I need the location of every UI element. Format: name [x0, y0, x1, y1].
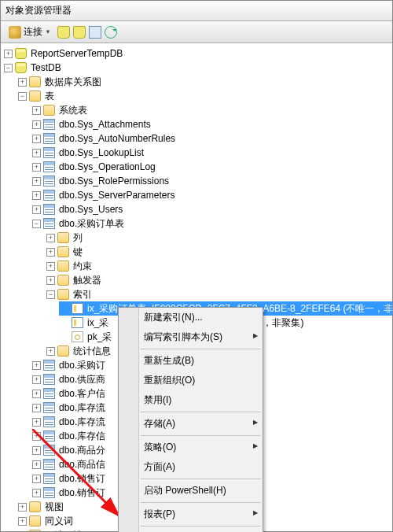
- tree-node-table[interactable]: +dbo.Sys_Users: [31, 202, 392, 216]
- expand-icon[interactable]: +: [32, 149, 41, 157]
- folder-icon: [29, 515, 41, 526]
- table-icon: [43, 147, 55, 158]
- tree-node-db[interactable]: +ReportServerTempDB: [2, 46, 392, 61]
- menu-disable[interactable]: 禁用(I): [119, 390, 263, 410]
- menu-separator: [141, 502, 261, 503]
- tree-node-table[interactable]: +dbo.Sys_AutoNumberRules: [31, 131, 392, 146]
- folder-icon: [57, 289, 69, 300]
- expand-icon[interactable]: +: [46, 347, 55, 356]
- chevron-down-icon: ▼: [45, 28, 51, 35]
- collapse-icon[interactable]: −: [4, 64, 13, 72]
- expand-icon[interactable]: +: [32, 205, 41, 214]
- expand-icon[interactable]: +: [46, 262, 55, 271]
- folder-icon: [29, 501, 41, 512]
- folder-icon: [57, 232, 69, 243]
- connect-button[interactable]: 连接 ▼: [6, 24, 54, 40]
- window-title: 对象资源管理器: [1, 1, 392, 21]
- tree-node-table[interactable]: +dbo.Sys_LookupList: [31, 146, 392, 160]
- menu-rename[interactable]: 重命名(M): [119, 528, 263, 532]
- expand-icon[interactable]: +: [46, 276, 55, 285]
- tree-node-db[interactable]: −TestDB: [2, 61, 392, 75]
- menu-policies[interactable]: 策略(O): [119, 438, 263, 457]
- expand-icon[interactable]: +: [32, 361, 41, 370]
- menu-new-index[interactable]: 新建索引(N)...: [119, 308, 263, 327]
- expand-icon[interactable]: +: [32, 460, 41, 469]
- tree-node-table[interactable]: +dbo.Sys_Attachments: [31, 117, 392, 131]
- table-icon: [43, 416, 55, 427]
- table-icon: [43, 133, 55, 144]
- database-icon[interactable]: [73, 26, 86, 39]
- table-icon: [43, 402, 55, 413]
- tree-node-table[interactable]: +dbo.Sys_OperationLog: [31, 160, 392, 174]
- table-icon: [43, 218, 55, 229]
- context-menu: 新建索引(N)... 编写索引脚本为(S) 重新生成(B) 重新组织(O) 禁用…: [118, 307, 263, 532]
- expand-icon[interactable]: +: [32, 163, 41, 172]
- menu-storage[interactable]: 存储(A): [119, 414, 263, 434]
- expand-icon[interactable]: +: [32, 404, 41, 412]
- expand-icon[interactable]: +: [32, 475, 41, 483]
- menu-reorganize[interactable]: 重新组织(O): [119, 371, 263, 390]
- key-icon: [72, 331, 83, 342]
- collapse-icon[interactable]: −: [46, 290, 55, 299]
- tree-node-folder[interactable]: −索引: [45, 287, 392, 301]
- expand-icon[interactable]: +: [32, 177, 41, 186]
- expand-icon[interactable]: +: [32, 390, 41, 398]
- tree-node-folder[interactable]: −表: [17, 89, 392, 103]
- menu-separator: [141, 435, 261, 436]
- menu-script-as[interactable]: 编写索引脚本为(S): [119, 327, 263, 347]
- expand-icon[interactable]: +: [32, 446, 41, 455]
- expand-icon[interactable]: +: [32, 135, 41, 143]
- tree-node-folder[interactable]: +列: [45, 231, 392, 245]
- menu-facets[interactable]: 方面(A): [119, 457, 263, 477]
- index-icon: [72, 317, 83, 328]
- expand-icon[interactable]: +: [32, 106, 41, 115]
- tree-node-folder[interactable]: +约束: [45, 259, 392, 273]
- menu-separator: [141, 478, 261, 479]
- collapse-icon[interactable]: −: [32, 220, 41, 228]
- menu-separator: [141, 412, 261, 412]
- tree-node-folder[interactable]: +键: [45, 245, 392, 259]
- expand-icon[interactable]: +: [32, 375, 41, 384]
- expand-icon[interactable]: +: [32, 418, 41, 427]
- tree-node-folder[interactable]: +系统表: [31, 103, 392, 117]
- expand-icon[interactable]: +: [18, 517, 27, 526]
- expand-icon[interactable]: +: [4, 50, 13, 58]
- database-icon[interactable]: [57, 26, 70, 39]
- tree-node-table[interactable]: +dbo.Sys_ServerParameters: [31, 188, 392, 202]
- expand-icon[interactable]: +: [18, 531, 27, 532]
- folder-icon: [43, 105, 55, 116]
- folder-icon: [57, 345, 69, 357]
- tree-node-folder[interactable]: +触发器: [45, 273, 392, 287]
- expand-icon[interactable]: +: [32, 432, 41, 441]
- expand-icon[interactable]: +: [18, 78, 27, 87]
- menu-reports[interactable]: 报表(P): [119, 504, 263, 524]
- refresh-icon[interactable]: [105, 26, 117, 39]
- menu-powershell[interactable]: 启动 PowerShell(H): [119, 481, 263, 501]
- table-icon: [43, 445, 55, 456]
- tree-node-table[interactable]: +dbo.Sys_RolePermissions: [31, 174, 392, 188]
- expand-icon[interactable]: +: [18, 503, 27, 512]
- table-icon: [43, 360, 55, 371]
- expand-icon[interactable]: +: [46, 248, 55, 257]
- menu-rebuild[interactable]: 重新生成(B): [119, 351, 263, 371]
- table-icon: [43, 473, 55, 484]
- tree-node-table[interactable]: −dbo.采购订单表: [31, 216, 392, 231]
- menu-separator: [141, 526, 261, 526]
- table-icon: [43, 487, 55, 498]
- expand-icon[interactable]: +: [32, 191, 41, 200]
- database-icon: [15, 48, 27, 59]
- table-icon: [43, 190, 55, 201]
- table-icon: [43, 459, 55, 470]
- toolbar: 连接 ▼: [1, 21, 392, 43]
- tree-node-folder[interactable]: +数据库关系图: [17, 75, 392, 89]
- expand-icon[interactable]: +: [32, 489, 41, 497]
- table-icon: [43, 161, 55, 172]
- folder-icon: [29, 91, 41, 102]
- table-icon: [43, 374, 55, 385]
- collapse-icon[interactable]: −: [18, 92, 27, 101]
- database-icon: [15, 62, 27, 73]
- expand-icon[interactable]: +: [32, 120, 41, 129]
- index-icon: [72, 303, 83, 314]
- filter-icon[interactable]: [89, 26, 101, 39]
- expand-icon[interactable]: +: [46, 234, 55, 242]
